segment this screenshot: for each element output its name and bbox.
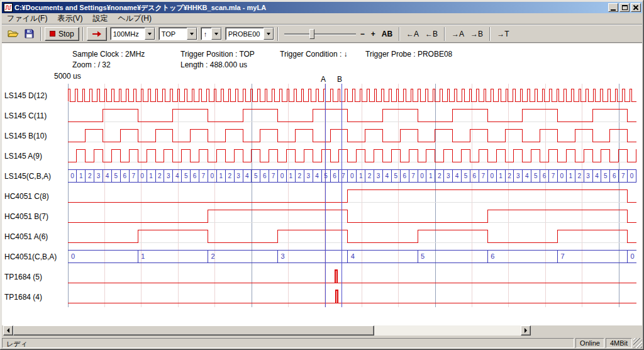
toolbar-separator xyxy=(444,27,445,41)
zoom-out-button[interactable]: − xyxy=(358,28,367,40)
minimize-button[interactable] xyxy=(608,3,618,12)
menu-view[interactable]: 表示(V) xyxy=(52,13,87,25)
chevron-down-icon[interactable] xyxy=(211,28,221,40)
app-icon xyxy=(4,3,13,12)
zoom-slider-track xyxy=(284,33,356,35)
zoom-info: Zoom : / 32 xyxy=(72,60,111,69)
zoom-ab-button[interactable]: AB xyxy=(379,28,395,40)
toolbar-separator xyxy=(277,27,279,41)
chevron-down-icon[interactable] xyxy=(264,28,274,40)
close-icon xyxy=(633,5,638,10)
scroll-right-icon xyxy=(525,328,527,333)
menu-file[interactable]: ファイル(F) xyxy=(2,13,52,25)
chevron-down-icon[interactable] xyxy=(145,28,155,40)
scroll-right-button[interactable] xyxy=(521,325,531,336)
trigger-edge-select[interactable]: ↑ xyxy=(201,27,222,40)
goto-cursor-a-left-button[interactable]: ←A xyxy=(404,28,421,40)
floppy-disk-icon xyxy=(25,29,34,38)
waveform-panel[interactable]: Sample Clock : 2MHz Trigger Position : T… xyxy=(2,43,642,325)
run-arrow-icon xyxy=(92,31,102,37)
scroll-left-icon xyxy=(7,328,9,333)
maximize-button[interactable] xyxy=(619,3,630,12)
menu-settings[interactable]: 設定 xyxy=(87,13,113,25)
toolbar-separator xyxy=(40,27,42,41)
goto-cursor-b-left-button[interactable]: ←B xyxy=(423,28,440,40)
trigger-position-select[interactable]: TOP xyxy=(158,27,197,40)
stop-button[interactable]: Stop xyxy=(45,27,79,41)
minimize-icon xyxy=(611,9,616,11)
toolbar: Stop 100MHz TOP ↑ PROBE00 xyxy=(2,25,642,43)
save-file-button[interactable] xyxy=(21,27,36,41)
chevron-down-icon[interactable] xyxy=(187,28,197,40)
title-bar[interactable]: C:¥Documents and Settings¥noname¥デスクトップ¥… xyxy=(2,2,642,13)
scroll-left-button[interactable] xyxy=(3,325,13,336)
sample-clock-select[interactable]: 100MHz xyxy=(110,27,155,40)
zoom-in-button[interactable]: + xyxy=(369,28,378,40)
goto-cursor-a-right-button[interactable]: →A xyxy=(449,28,467,40)
horizontal-scrollbar[interactable] xyxy=(3,325,531,336)
window-title: C:¥Documents and Settings¥noname¥デスクトップ¥… xyxy=(14,3,608,13)
status-online: Online xyxy=(575,338,604,348)
scrollbar-thumb[interactable] xyxy=(13,325,374,336)
zoom-slider[interactable] xyxy=(283,28,357,40)
toolbar-separator xyxy=(489,27,491,41)
menu-bar: ファイル(F) 表示(V) 設定 ヘルプ(H) xyxy=(2,13,642,25)
stop-label: Stop xyxy=(58,30,74,38)
resize-grip[interactable] xyxy=(633,338,642,348)
goto-trigger-button[interactable]: →T xyxy=(494,28,511,40)
trigger-position-value: TOP xyxy=(159,28,187,40)
run-button[interactable] xyxy=(87,27,107,41)
app-window: C:¥Documents and Settings¥noname¥デスクトップ¥… xyxy=(0,0,644,350)
trigger-position-info: Trigger Position : TOP xyxy=(180,50,255,59)
open-folder-icon xyxy=(8,29,19,38)
trigger-probe-select[interactable]: PROBE00 xyxy=(225,27,274,40)
trigger-condition-info: Trigger Condition : ↓ xyxy=(280,50,348,59)
trigger-edge-value: ↑ xyxy=(201,28,211,40)
zoom-slider-thumb[interactable] xyxy=(309,29,314,39)
trigger-probe-value: PROBE00 xyxy=(226,28,264,40)
sample-clock-value: 100MHz xyxy=(111,28,145,40)
length-info: Length : 488.000 us xyxy=(180,60,247,69)
sample-clock-info: Sample Clock : 2MHz xyxy=(72,50,145,59)
menu-help[interactable]: ヘルプ(H) xyxy=(113,13,157,25)
status-memory: 4MBit xyxy=(606,338,632,348)
maximize-icon xyxy=(622,5,628,10)
stop-icon xyxy=(50,31,55,37)
goto-cursor-b-right-button[interactable]: →B xyxy=(468,28,486,40)
trigger-probe-info: Trigger Probe : PROBE08 xyxy=(365,50,452,59)
close-button[interactable] xyxy=(631,3,641,12)
scroll-strip xyxy=(2,325,642,336)
open-file-button[interactable] xyxy=(6,27,21,41)
status-bar: レディ Online 4MBit xyxy=(2,338,642,348)
toolbar-separator xyxy=(82,27,84,41)
toolbar-separator xyxy=(399,27,400,41)
status-message: レディ xyxy=(2,338,574,348)
